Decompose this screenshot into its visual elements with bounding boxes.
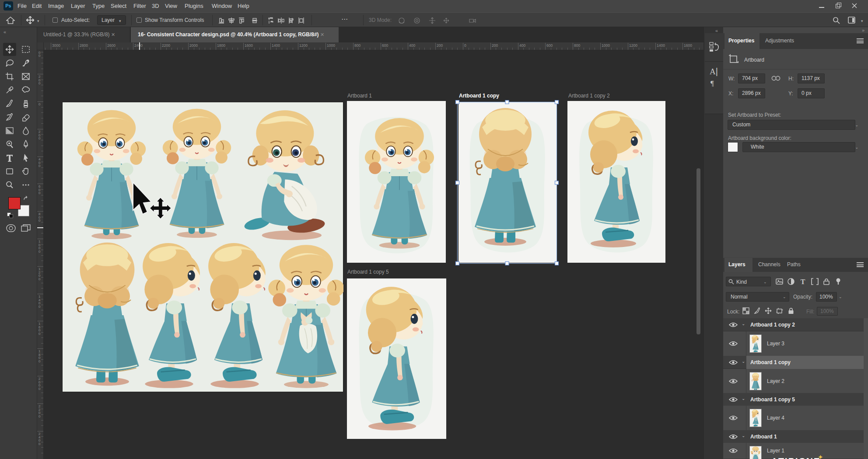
svg-text:T: T — [801, 278, 805, 285]
